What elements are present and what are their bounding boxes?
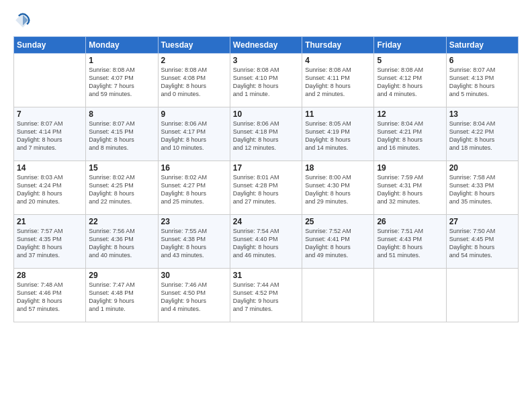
- day-info: Sunrise: 8:04 AM Sunset: 4:22 PM Dayligh…: [449, 120, 515, 152]
- day-info: Sunrise: 7:48 AM Sunset: 4:46 PM Dayligh…: [17, 281, 83, 314]
- week-row-4: 21Sunrise: 7:57 AM Sunset: 4:35 PM Dayli…: [14, 215, 519, 269]
- week-row-5: 28Sunrise: 7:48 AM Sunset: 4:46 PM Dayli…: [14, 269, 519, 322]
- day-info: Sunrise: 8:08 AM Sunset: 4:12 PM Dayligh…: [377, 66, 443, 99]
- day-cell: [374, 269, 446, 322]
- day-cell: 4Sunrise: 8:08 AM Sunset: 4:11 PM Daylig…: [302, 54, 374, 107]
- day-number: 21: [17, 217, 83, 226]
- day-cell: 31Sunrise: 7:44 AM Sunset: 4:52 PM Dayli…: [230, 269, 302, 322]
- day-cell: 12Sunrise: 8:04 AM Sunset: 4:21 PM Dayli…: [374, 107, 446, 161]
- day-number: 4: [305, 56, 371, 65]
- day-cell: 6Sunrise: 8:07 AM Sunset: 4:13 PM Daylig…: [446, 54, 518, 107]
- day-number: 15: [89, 163, 154, 173]
- day-number: 25: [305, 217, 371, 226]
- day-number: 13: [449, 109, 515, 119]
- day-info: Sunrise: 8:08 AM Sunset: 4:08 PM Dayligh…: [161, 66, 227, 99]
- day-number: 20: [449, 163, 515, 173]
- day-cell: 15Sunrise: 8:02 AM Sunset: 4:25 PM Dayli…: [86, 161, 158, 215]
- day-cell: 18Sunrise: 8:00 AM Sunset: 4:30 PM Dayli…: [302, 161, 374, 215]
- calendar-table: SundayMondayTuesdayWednesdayThursdayFrid…: [13, 36, 519, 322]
- day-cell: 20Sunrise: 7:58 AM Sunset: 4:33 PM Dayli…: [446, 161, 518, 215]
- day-info: Sunrise: 8:06 AM Sunset: 4:18 PM Dayligh…: [233, 120, 299, 152]
- day-number: 8: [89, 109, 154, 119]
- day-number: 29: [89, 271, 154, 280]
- logo: [13, 11, 35, 30]
- day-cell: 21Sunrise: 7:57 AM Sunset: 4:35 PM Dayli…: [14, 215, 86, 269]
- day-cell: 29Sunrise: 7:47 AM Sunset: 4:48 PM Dayli…: [86, 269, 158, 322]
- day-info: Sunrise: 7:46 AM Sunset: 4:50 PM Dayligh…: [161, 281, 227, 314]
- day-number: 22: [89, 217, 154, 226]
- day-number: 18: [305, 163, 371, 173]
- day-cell: 30Sunrise: 7:46 AM Sunset: 4:50 PM Dayli…: [158, 269, 230, 322]
- day-cell: 26Sunrise: 7:51 AM Sunset: 4:43 PM Dayli…: [374, 215, 446, 269]
- day-number: 16: [161, 163, 227, 173]
- day-cell: 16Sunrise: 8:02 AM Sunset: 4:27 PM Dayli…: [158, 161, 230, 215]
- day-cell: 11Sunrise: 8:05 AM Sunset: 4:19 PM Dayli…: [302, 107, 374, 161]
- header: [13, 11, 519, 30]
- day-cell: 10Sunrise: 8:06 AM Sunset: 4:18 PM Dayli…: [230, 107, 302, 161]
- day-number: 9: [161, 109, 227, 119]
- calendar-body: 1Sunrise: 8:08 AM Sunset: 4:07 PM Daylig…: [14, 54, 519, 322]
- page: SundayMondayTuesdayWednesdayThursdayFrid…: [0, 0, 532, 411]
- day-number: 1: [89, 56, 154, 65]
- day-info: Sunrise: 7:59 AM Sunset: 4:31 PM Dayligh…: [377, 173, 443, 206]
- week-row-3: 14Sunrise: 8:03 AM Sunset: 4:24 PM Dayli…: [14, 161, 519, 215]
- day-info: Sunrise: 7:44 AM Sunset: 4:52 PM Dayligh…: [233, 281, 299, 314]
- day-info: Sunrise: 7:56 AM Sunset: 4:36 PM Dayligh…: [89, 227, 154, 260]
- day-header-saturday: Saturday: [446, 37, 518, 54]
- day-info: Sunrise: 7:50 AM Sunset: 4:45 PM Dayligh…: [449, 227, 515, 260]
- day-cell: 9Sunrise: 8:06 AM Sunset: 4:17 PM Daylig…: [158, 107, 230, 161]
- day-info: Sunrise: 8:01 AM Sunset: 4:28 PM Dayligh…: [233, 173, 299, 206]
- logo-icon: [13, 11, 32, 30]
- day-info: Sunrise: 7:51 AM Sunset: 4:43 PM Dayligh…: [377, 227, 443, 260]
- day-cell: 2Sunrise: 8:08 AM Sunset: 4:08 PM Daylig…: [158, 54, 230, 107]
- day-number: 2: [161, 56, 227, 65]
- day-number: 17: [233, 163, 299, 173]
- day-cell: 24Sunrise: 7:54 AM Sunset: 4:40 PM Dayli…: [230, 215, 302, 269]
- day-number: 7: [17, 109, 83, 119]
- day-cell: 22Sunrise: 7:56 AM Sunset: 4:36 PM Dayli…: [86, 215, 158, 269]
- day-header-wednesday: Wednesday: [230, 37, 302, 54]
- day-info: Sunrise: 8:08 AM Sunset: 4:07 PM Dayligh…: [89, 66, 154, 99]
- day-cell: 5Sunrise: 8:08 AM Sunset: 4:12 PM Daylig…: [374, 54, 446, 107]
- day-header-monday: Monday: [86, 37, 158, 54]
- day-cell: 19Sunrise: 7:59 AM Sunset: 4:31 PM Dayli…: [374, 161, 446, 215]
- day-cell: [14, 54, 86, 107]
- day-number: 30: [161, 271, 227, 280]
- day-info: Sunrise: 7:47 AM Sunset: 4:48 PM Dayligh…: [89, 281, 154, 314]
- day-info: Sunrise: 8:04 AM Sunset: 4:21 PM Dayligh…: [377, 120, 443, 152]
- day-number: 19: [377, 163, 443, 173]
- day-info: Sunrise: 7:55 AM Sunset: 4:38 PM Dayligh…: [161, 227, 227, 260]
- day-number: 5: [377, 56, 443, 65]
- day-cell: 25Sunrise: 7:52 AM Sunset: 4:41 PM Dayli…: [302, 215, 374, 269]
- day-header-thursday: Thursday: [302, 37, 374, 54]
- day-info: Sunrise: 7:58 AM Sunset: 4:33 PM Dayligh…: [449, 173, 515, 206]
- day-info: Sunrise: 8:06 AM Sunset: 4:17 PM Dayligh…: [161, 120, 227, 152]
- day-number: 24: [233, 217, 299, 226]
- day-cell: 3Sunrise: 8:08 AM Sunset: 4:10 PM Daylig…: [230, 54, 302, 107]
- day-number: 28: [17, 271, 83, 280]
- day-info: Sunrise: 7:57 AM Sunset: 4:35 PM Dayligh…: [17, 227, 83, 260]
- day-info: Sunrise: 8:02 AM Sunset: 4:27 PM Dayligh…: [161, 173, 227, 206]
- day-info: Sunrise: 8:02 AM Sunset: 4:25 PM Dayligh…: [89, 173, 154, 206]
- day-number: 10: [233, 109, 299, 119]
- day-number: 14: [17, 163, 83, 173]
- day-cell: 28Sunrise: 7:48 AM Sunset: 4:46 PM Dayli…: [14, 269, 86, 322]
- day-cell: 1Sunrise: 8:08 AM Sunset: 4:07 PM Daylig…: [86, 54, 158, 107]
- week-row-2: 7Sunrise: 8:07 AM Sunset: 4:14 PM Daylig…: [14, 107, 519, 161]
- day-info: Sunrise: 7:52 AM Sunset: 4:41 PM Dayligh…: [305, 227, 371, 260]
- day-cell: [446, 269, 518, 322]
- day-info: Sunrise: 7:54 AM Sunset: 4:40 PM Dayligh…: [233, 227, 299, 260]
- day-header-friday: Friday: [374, 37, 446, 54]
- day-number: 23: [161, 217, 227, 226]
- day-cell: 13Sunrise: 8:04 AM Sunset: 4:22 PM Dayli…: [446, 107, 518, 161]
- day-info: Sunrise: 8:08 AM Sunset: 4:11 PM Dayligh…: [305, 66, 371, 99]
- day-number: 27: [449, 217, 515, 226]
- day-info: Sunrise: 8:07 AM Sunset: 4:13 PM Dayligh…: [449, 66, 515, 99]
- day-header-row: SundayMondayTuesdayWednesdayThursdayFrid…: [14, 37, 519, 54]
- day-cell: 7Sunrise: 8:07 AM Sunset: 4:14 PM Daylig…: [14, 107, 86, 161]
- day-cell: [302, 269, 374, 322]
- day-info: Sunrise: 8:08 AM Sunset: 4:10 PM Dayligh…: [233, 66, 299, 99]
- calendar-header: SundayMondayTuesdayWednesdayThursdayFrid…: [14, 37, 519, 54]
- day-info: Sunrise: 8:07 AM Sunset: 4:15 PM Dayligh…: [89, 120, 154, 152]
- day-info: Sunrise: 8:05 AM Sunset: 4:19 PM Dayligh…: [305, 120, 371, 152]
